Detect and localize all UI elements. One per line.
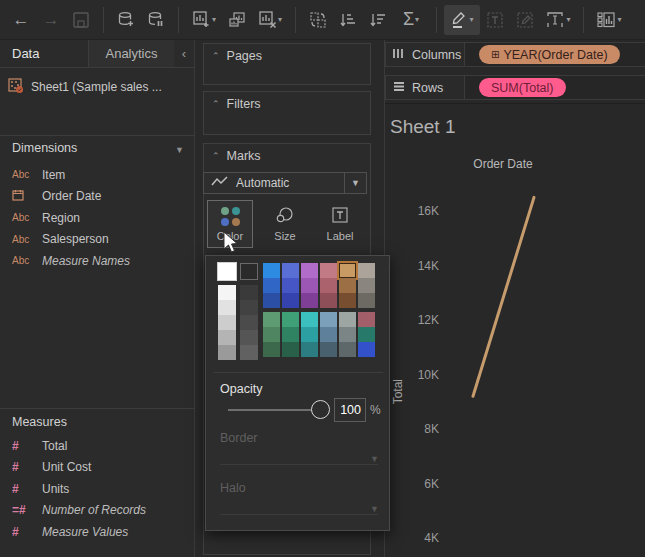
palette-swatch[interactable] [339, 342, 356, 357]
totals-icon[interactable]: Σ▾ [393, 5, 429, 35]
rows-pill[interactable]: SUM(Total) [479, 78, 566, 97]
palette-swatch[interactable] [263, 327, 280, 342]
palette-swatch[interactable] [282, 293, 299, 308]
undo-button[interactable]: ← [6, 5, 36, 35]
palette-swatch[interactable] [358, 278, 375, 293]
field-row[interactable]: AbcItem [0, 164, 195, 186]
palette-swatch[interactable] [320, 327, 337, 342]
palette-swatch[interactable] [358, 327, 375, 342]
palette-swatch[interactable] [320, 263, 337, 278]
palette-swatch[interactable] [339, 293, 356, 308]
collapse-pane-icon[interactable]: ‹ [174, 46, 194, 61]
highlight-icon[interactable]: ▾ [444, 5, 480, 35]
field-row[interactable]: AbcSalesperson [0, 229, 195, 251]
palette-swatch[interactable] [282, 263, 299, 278]
palette-swatch[interactable] [301, 312, 318, 327]
collapse-chevron-icon[interactable]: ⌃ [212, 99, 220, 109]
palette-swatch[interactable] [358, 312, 375, 327]
opacity-slider-track[interactable] [228, 409, 314, 411]
opacity-value-input[interactable]: 100 [334, 398, 366, 422]
selected-color-swatch[interactable] [339, 263, 356, 278]
new-worksheet-icon[interactable]: ▾ [186, 5, 222, 35]
palette-swatch[interactable] [339, 278, 356, 293]
palette-swatch[interactable] [263, 263, 280, 278]
palette-swatch[interactable] [218, 345, 236, 360]
sort-ascending-icon[interactable] [333, 5, 363, 35]
tab-analytics[interactable]: Analytics [88, 40, 174, 67]
show-me-icon[interactable]: ▾ [591, 5, 627, 35]
palette-swatch[interactable] [339, 327, 356, 342]
pause-auto-updates-icon[interactable] [141, 5, 171, 35]
palette-swatch[interactable] [282, 312, 299, 327]
line-mark[interactable] [385, 104, 645, 557]
worksheet-view[interactable]: Sheet 1 Order Date Total 16K14K12K10K8K6… [385, 103, 645, 557]
palette-swatch[interactable] [320, 312, 337, 327]
field-row[interactable]: #Units [0, 478, 195, 500]
palette-swatch[interactable] [358, 263, 375, 278]
palette-swatch[interactable] [301, 327, 318, 342]
field-row[interactable]: AbcRegion [0, 207, 195, 229]
palette-swatch[interactable] [218, 300, 236, 315]
palette-swatch[interactable] [358, 342, 375, 357]
show-mark-labels-icon[interactable] [480, 5, 510, 35]
palette-swatch[interactable] [282, 327, 299, 342]
duplicate-sheet-icon[interactable] [222, 5, 252, 35]
palette-swatch[interactable] [282, 278, 299, 293]
palette-swatch[interactable] [320, 278, 337, 293]
palette-swatch[interactable] [263, 293, 280, 308]
palette-swatch[interactable] [218, 315, 236, 330]
opacity-slider-handle[interactable] [311, 400, 330, 419]
expand-icon[interactable]: ⊞ [491, 49, 499, 60]
border-dropdown-icon[interactable]: ▼ [370, 454, 379, 464]
dark-swatch[interactable] [240, 263, 258, 280]
palette-swatch[interactable] [301, 293, 318, 308]
redo-button[interactable]: → [36, 5, 66, 35]
palette-swatch[interactable] [240, 300, 258, 315]
field-row[interactable]: #Total [0, 435, 195, 457]
palette-swatch[interactable] [320, 342, 337, 357]
palette-swatch[interactable] [218, 285, 236, 300]
chevron-down-icon[interactable]: ▼ [344, 173, 366, 193]
columns-icon [392, 46, 406, 64]
field-row[interactable]: =#Number of Records [0, 500, 195, 522]
palette-swatch[interactable] [240, 315, 258, 330]
field-row[interactable]: #Unit Cost [0, 457, 195, 479]
palette-swatch[interactable] [240, 345, 258, 360]
save-icon[interactable] [66, 5, 96, 35]
mark-type-dropdown[interactable]: Automatic ▼ [203, 172, 367, 194]
rows-pill-zone[interactable]: SUM(Total) [464, 76, 645, 99]
palette-swatch[interactable] [263, 312, 280, 327]
swap-rows-columns-icon[interactable] [303, 5, 333, 35]
collapse-chevron-icon[interactable]: ⌃ [212, 151, 220, 161]
fit-icon[interactable]: ▾ [540, 5, 576, 35]
tab-data[interactable]: Data [0, 46, 88, 61]
palette-swatch[interactable] [301, 342, 318, 357]
clear-sheet-icon[interactable]: ▾ [252, 5, 288, 35]
palette-swatch[interactable] [282, 342, 299, 357]
add-datasource-icon[interactable] [111, 5, 141, 35]
chevron-down-icon[interactable]: ▼ [175, 145, 184, 155]
columns-pill[interactable]: ⊞YEAR(Order Date) [479, 45, 620, 64]
palette-swatch[interactable] [263, 342, 280, 357]
palette-swatch[interactable] [358, 293, 375, 308]
columns-pill-zone[interactable]: ⊞YEAR(Order Date) [464, 43, 645, 66]
palette-swatch[interactable] [240, 285, 258, 300]
white-swatch[interactable] [218, 263, 236, 280]
format-icon[interactable] [510, 5, 540, 35]
palette-swatch[interactable] [218, 330, 236, 345]
halo-dropdown-icon[interactable]: ▼ [370, 504, 379, 514]
field-row[interactable]: AbcMeasure Names [0, 250, 195, 272]
palette-swatch[interactable] [301, 278, 318, 293]
palette-swatch[interactable] [339, 312, 356, 327]
palette-swatch[interactable] [240, 330, 258, 345]
field-row[interactable]: #Measure Values [0, 521, 195, 543]
field-row[interactable]: Order Date [0, 186, 195, 208]
palette-swatch[interactable] [263, 278, 280, 293]
collapse-chevron-icon[interactable]: ⌃ [212, 51, 220, 61]
size-button[interactable]: Size [262, 200, 308, 248]
sort-descending-icon[interactable] [363, 5, 393, 35]
datasource-item[interactable]: Sheet1 (Sample sales ... [0, 76, 195, 98]
label-button[interactable]: Label [317, 200, 363, 248]
palette-swatch[interactable] [301, 263, 318, 278]
palette-swatch[interactable] [320, 293, 337, 308]
